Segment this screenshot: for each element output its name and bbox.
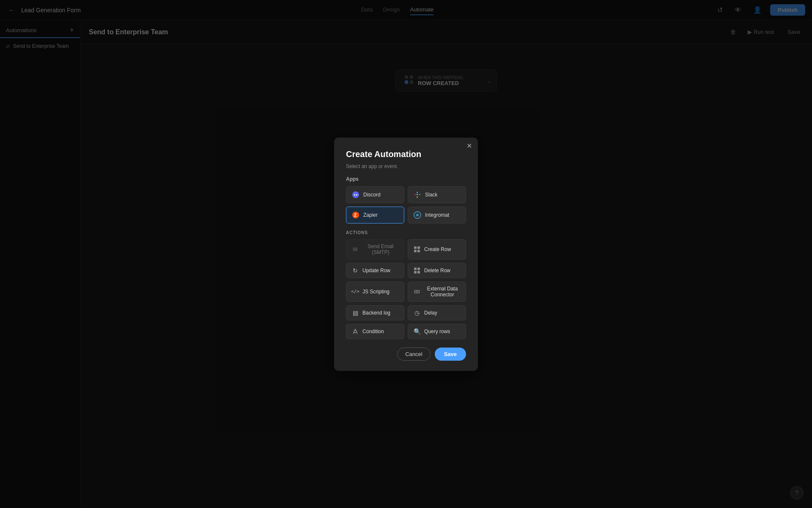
svg-rect-9	[419, 194, 420, 195]
condition-icon	[351, 329, 359, 334]
modal-close-button[interactable]: ✕	[466, 143, 472, 149]
svg-rect-23	[417, 271, 420, 273]
action-send-email-button: ✉ Send Email (SMTP)	[346, 239, 404, 260]
app-discord-button[interactable]: Discord	[346, 186, 404, 203]
svg-rect-22	[414, 271, 417, 273]
zapier-label: Zapier	[363, 212, 378, 218]
svg-line-27	[353, 329, 355, 334]
svg-point-6	[356, 194, 357, 196]
svg-point-5	[354, 194, 355, 196]
delete-row-icon	[413, 268, 421, 273]
apps-grid: Discord Slack	[346, 186, 466, 224]
send-email-label: Send Email (SMTP)	[362, 243, 399, 255]
update-row-icon: ↻	[351, 267, 359, 274]
discord-label: Discord	[363, 192, 381, 198]
backend-log-label: Backend log	[362, 310, 390, 316]
actions-grid: ✉ Send Email (SMTP) Create Row ↻ Update …	[346, 239, 466, 339]
svg-point-4	[352, 191, 359, 198]
query-rows-label: Query rows	[424, 329, 450, 334]
svg-point-15	[416, 214, 419, 216]
app-integromat-button[interactable]: Integromat	[408, 207, 466, 224]
js-scripting-icon: </>	[351, 289, 359, 294]
discord-icon	[351, 190, 360, 199]
svg-rect-11	[417, 194, 418, 195]
svg-rect-8	[417, 192, 418, 193]
zapier-icon: Z	[351, 211, 360, 219]
action-update-row-button[interactable]: ↻ Update Row	[346, 263, 404, 278]
modal-overlay[interactable]: ✕ Create Automation Select an app or eve…	[0, 0, 812, 508]
save-button[interactable]: Save	[435, 348, 466, 361]
svg-text:Z: Z	[354, 213, 357, 218]
delay-label: Delay	[424, 310, 437, 316]
svg-rect-20	[414, 268, 417, 270]
create-automation-modal: ✕ Create Automation Select an app or eve…	[334, 138, 478, 371]
action-condition-button[interactable]: Condition	[346, 324, 404, 339]
cancel-button[interactable]: Cancel	[397, 348, 430, 361]
svg-rect-7	[414, 194, 416, 195]
svg-rect-17	[417, 246, 420, 249]
modal-title: Create Automation	[346, 149, 466, 159]
app-zapier-button[interactable]: Z Zapier	[346, 207, 404, 224]
query-rows-icon: 🔍	[413, 328, 421, 335]
svg-rect-18	[414, 250, 417, 252]
modal-footer: Cancel Save	[346, 348, 466, 361]
actions-section-label: ACTIONS	[346, 230, 466, 235]
external-data-connector-icon	[413, 289, 421, 295]
slack-icon	[413, 190, 422, 199]
delay-icon: ◷	[413, 309, 421, 316]
integromat-icon	[413, 211, 422, 219]
action-delay-button[interactable]: ◷ Delay	[408, 305, 466, 320]
svg-rect-19	[417, 250, 420, 252]
external-data-connector-label: External Data Connector	[424, 286, 461, 298]
svg-rect-16	[414, 246, 417, 249]
send-email-icon: ✉	[351, 246, 359, 253]
update-row-label: Update Row	[362, 268, 390, 273]
backend-log-icon: ▤	[351, 309, 359, 316]
action-delete-row-button[interactable]: Delete Row	[408, 263, 466, 278]
js-scripting-label: JS Scripting	[362, 289, 390, 295]
apps-section-label: Apps	[346, 176, 466, 182]
integromat-label: Integromat	[425, 212, 449, 218]
action-backend-log-button[interactable]: ▤ Backend log	[346, 305, 404, 320]
delete-row-label: Delete Row	[424, 268, 450, 273]
action-external-data-connector-button[interactable]: External Data Connector	[408, 282, 466, 302]
svg-line-28	[355, 329, 357, 334]
slack-label: Slack	[425, 192, 437, 198]
app-slack-button[interactable]: Slack	[408, 186, 466, 203]
svg-rect-21	[417, 268, 420, 270]
create-row-label: Create Row	[424, 246, 451, 252]
svg-rect-10	[417, 196, 418, 198]
create-row-icon	[413, 246, 421, 252]
action-js-scripting-button[interactable]: </> JS Scripting	[346, 282, 404, 302]
condition-label: Condition	[362, 329, 384, 334]
modal-subtitle: Select an app or event.	[346, 163, 466, 169]
action-create-row-button[interactable]: Create Row	[408, 239, 466, 260]
action-query-rows-button[interactable]: 🔍 Query rows	[408, 324, 466, 339]
